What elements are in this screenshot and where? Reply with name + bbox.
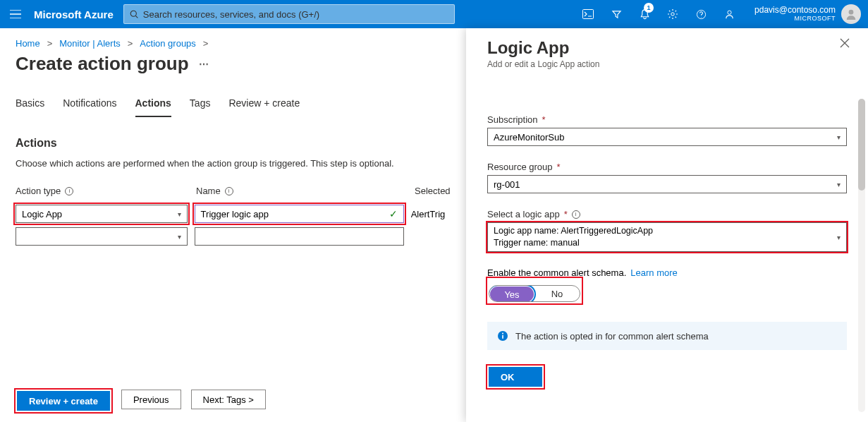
action-type-value: Logic App <box>22 209 62 219</box>
col-name: Name i <box>196 186 415 196</box>
crumb-home[interactable]: Home <box>16 38 40 49</box>
global-search-input[interactable]: Search resources, services, and docs (G+… <box>123 4 455 24</box>
col-selected: Selected <box>415 186 453 196</box>
subscription-label-text: Subscription <box>487 114 538 125</box>
panel-scroll-region[interactable]: Subscription * AzureMonitorSub ▾ Resourc… <box>466 99 854 412</box>
crumb-action-groups[interactable]: Action groups <box>140 38 196 49</box>
info-icon[interactable]: i <box>572 210 580 219</box>
svg-rect-1 <box>583 10 594 19</box>
chevron-down-icon: ▾ <box>837 133 841 141</box>
header-icon-group: 1 <box>574 0 743 28</box>
resource-group-label: Resource group * <box>487 162 847 172</box>
toggle-yes[interactable]: Yes <box>490 287 534 302</box>
tab-basics[interactable]: Basics <box>16 97 44 117</box>
chevron-down-icon: ▾ <box>178 233 181 241</box>
subscription-select[interactable]: AzureMonitorSub ▾ <box>487 128 847 146</box>
col-selected-label: Selected <box>415 186 451 196</box>
directories-button[interactable] <box>602 0 630 28</box>
account-menu-button[interactable]: pdavis@contoso.com MICROSOFT <box>743 4 868 24</box>
action-selected-value: AlertTrig <box>411 209 453 219</box>
required-marker: * <box>564 209 568 219</box>
chevron-down-icon: ▾ <box>837 181 841 188</box>
logic-app-label: Select a logic app * i <box>487 209 847 219</box>
action-name-value: Trigger logic app <box>201 209 269 219</box>
close-icon <box>840 38 850 48</box>
col-action-type: Action type i <box>16 186 196 196</box>
table-row: Logic App ▾ Trigger logic app ✓ AlertTri… <box>16 205 453 223</box>
common-alert-schema-toggle[interactable]: Yes No <box>489 285 580 302</box>
more-actions-button[interactable]: ⋯ <box>199 59 210 70</box>
action-name-input[interactable] <box>195 227 404 246</box>
brand-label[interactable]: Microsoft Azure <box>31 8 123 20</box>
user-email: pdavis@contoso.com <box>754 6 836 15</box>
breadcrumb-sep: > <box>47 38 53 49</box>
svg-rect-7 <box>502 335 503 339</box>
schema-row: Enable the common alert schema. Learn mo… <box>487 267 847 278</box>
learn-more-link[interactable]: Learn more <box>630 267 677 278</box>
ok-button[interactable]: OK <box>489 367 542 387</box>
user-text: pdavis@contoso.com MICROSOFT <box>754 6 836 22</box>
info-icon[interactable]: i <box>65 187 73 195</box>
search-placeholder: Search resources, services, and docs (G+… <box>143 9 319 20</box>
cloud-shell-button[interactable] <box>574 0 602 28</box>
gear-icon <box>667 8 678 20</box>
subscription-label: Subscription * <box>487 114 847 125</box>
avatar <box>841 4 861 24</box>
feedback-icon <box>724 9 735 20</box>
required-marker: * <box>542 114 546 125</box>
filter-icon <box>611 9 622 20</box>
table-row: ▾ <box>16 227 453 246</box>
svg-point-5 <box>849 10 854 15</box>
crumb-monitor-alerts[interactable]: Monitor | Alerts <box>59 38 120 49</box>
ok-highlight: OK <box>487 366 544 388</box>
tab-review-create[interactable]: Review + create <box>228 97 300 117</box>
actions-grid: Action type i Name i Selected Logic App … <box>16 186 453 246</box>
cloud-shell-icon <box>582 9 594 19</box>
scrollbar-thumb[interactable] <box>858 99 865 191</box>
feedback-button[interactable] <box>715 0 743 28</box>
resource-group-select[interactable]: rg-001 ▾ <box>487 175 847 193</box>
toggle-no[interactable]: No <box>534 286 580 301</box>
next-button[interactable]: Next: Tags > <box>191 390 266 409</box>
info-banner: The action is opted in for common alert … <box>487 322 847 350</box>
page-title: Create action group <box>16 53 189 75</box>
breadcrumb-sep: > <box>128 38 133 49</box>
review-create-highlight: Review + create <box>16 390 111 412</box>
azure-header: Microsoft Azure Search resources, servic… <box>0 0 868 28</box>
notifications-button[interactable]: 1 <box>630 0 659 28</box>
tab-notifications[interactable]: Notifications <box>63 97 116 117</box>
svg-point-8 <box>502 333 503 334</box>
breadcrumb-sep: > <box>203 38 209 49</box>
search-icon <box>130 10 139 19</box>
panel-title: Logic App <box>487 38 847 58</box>
footer-buttons: Review + create Previous Next: Tags > <box>16 390 266 412</box>
info-icon <box>497 330 508 342</box>
col-name-label: Name <box>196 186 221 196</box>
review-create-button[interactable]: Review + create <box>17 391 110 411</box>
subscription-value: AzureMonitorSub <box>494 132 564 143</box>
person-icon <box>845 8 857 20</box>
help-button[interactable] <box>687 0 715 28</box>
action-name-input[interactable]: Trigger logic app ✓ <box>195 205 404 223</box>
tab-tags[interactable]: Tags <box>190 97 211 117</box>
previous-button[interactable]: Previous <box>121 390 181 409</box>
svg-point-4 <box>727 11 731 14</box>
logic-app-select[interactable]: Logic app name: AlertTriggeredLogicApp T… <box>487 222 847 252</box>
settings-button[interactable] <box>659 0 687 28</box>
col-action-type-label: Action type <box>16 186 61 196</box>
svg-point-0 <box>130 11 136 16</box>
resource-group-label-text: Resource group <box>487 162 553 172</box>
hamburger-menu-button[interactable] <box>0 0 31 28</box>
panel-subtitle: Add or edit a Logic App action <box>487 59 847 69</box>
info-icon[interactable]: i <box>225 187 233 195</box>
panel-scrollbar[interactable] <box>858 99 865 412</box>
chevron-down-icon: ▾ <box>837 234 841 241</box>
close-panel-button[interactable] <box>840 38 850 48</box>
resource-group-value: rg-001 <box>494 179 520 190</box>
svg-point-2 <box>671 13 674 16</box>
tab-actions[interactable]: Actions <box>135 97 171 117</box>
column-headers: Action type i Name i Selected <box>16 186 453 196</box>
action-type-select[interactable]: ▾ <box>16 227 188 246</box>
user-tenant: MICROSOFT <box>754 16 836 23</box>
action-type-select[interactable]: Logic App ▾ <box>16 205 188 223</box>
